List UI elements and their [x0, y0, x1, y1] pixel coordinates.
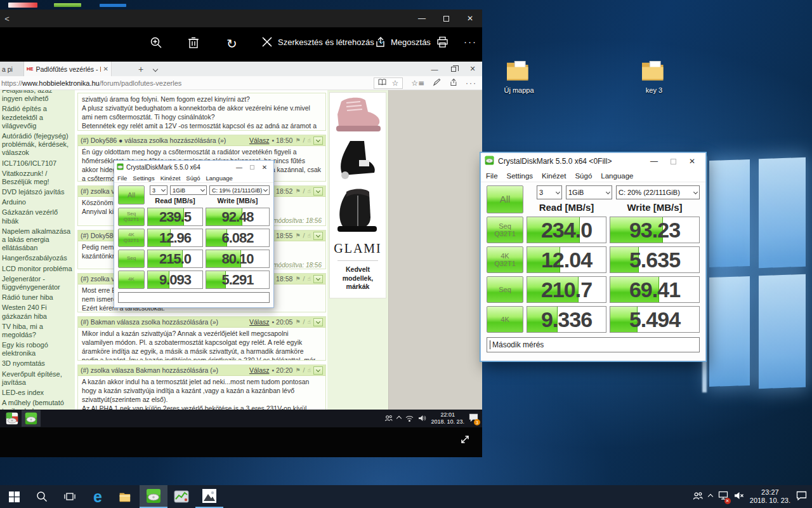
- test-button[interactable]: Seq Q32T1: [118, 208, 145, 226]
- test-size-select[interactable]: 1GiB: [170, 185, 207, 195]
- forum-topic-link[interactable]: Gázkazán vezérlő hibák: [2, 208, 74, 225]
- shot-minimize-button[interactable]: —: [425, 62, 444, 76]
- reply-link[interactable]: Válasz: [249, 366, 270, 374]
- forum-topic-link[interactable]: Felajánlás, azaz ingyen elvihető: [2, 90, 74, 103]
- comment-field[interactable]: [118, 292, 270, 303]
- background-window-strip-blue[interactable]: [100, 4, 126, 7]
- glami-ad[interactable]: GLAMI Kedvelt modellek, márkák: [329, 92, 386, 298]
- share-page-icon[interactable]: [449, 78, 457, 88]
- flag-icon[interactable]: ⚑: [295, 276, 300, 282]
- menu-item[interactable]: Kinézet: [542, 172, 566, 180]
- shot-clock-time[interactable]: 22:01: [431, 411, 464, 418]
- edge-button[interactable]: e: [84, 485, 112, 508]
- flag-icon[interactable]: ⚑: [295, 137, 300, 144]
- shot-diskmark-app-icon[interactable]: [22, 410, 41, 427]
- menu-item[interactable]: Settings: [133, 175, 154, 182]
- forum-topic-link[interactable]: 3D nyomtatás: [2, 359, 74, 368]
- forum-topic-link[interactable]: Rádió építés a kezdetektől a világvevőig: [2, 105, 74, 130]
- shot-browser-tab-active[interactable]: HE Padlófűtés vezérlés - H ✕: [24, 62, 112, 76]
- zoom-icon[interactable]: [150, 36, 162, 49]
- ink-pen-icon[interactable]: [433, 78, 441, 88]
- all-button[interactable]: All: [487, 185, 523, 213]
- all-button[interactable]: All: [118, 185, 145, 204]
- shot-browser-urlbar[interactable]: https://www.hobbielektronika.hu/forum/pa…: [0, 76, 482, 90]
- menu-item[interactable]: Language: [206, 175, 233, 182]
- reply-link[interactable]: Válasz: [249, 137, 270, 144]
- menu-item[interactable]: Súgó: [186, 175, 200, 182]
- desktop-icon-uj-mappa[interactable]: Új mappa: [497, 58, 541, 94]
- shot-diskinfo-app-icon[interactable]: [3, 410, 22, 427]
- menu-item[interactable]: Súgó: [575, 172, 592, 180]
- flag-icon[interactable]: ⚑: [295, 319, 300, 325]
- post-menu-dropdown[interactable]: [313, 232, 323, 240]
- edit-create-button[interactable]: Szerkesztés és létrehozás: [261, 36, 383, 48]
- flag-icon[interactable]: ⚑: [295, 188, 300, 194]
- test-button[interactable]: 4K: [487, 306, 523, 333]
- test-count-select[interactable]: 3: [150, 185, 167, 195]
- action-center-icon[interactable]: [796, 491, 807, 503]
- maximize-button[interactable]: [246, 161, 258, 173]
- background-window-strip-red[interactable]: [8, 3, 37, 8]
- reply-link[interactable]: Válasz: [249, 318, 270, 326]
- cdm-titlebar[interactable]: CrystalDiskMark 5.5.0 x64 <0Fill> — ✕: [481, 153, 705, 170]
- test-count-select[interactable]: 3: [537, 185, 562, 199]
- forum-topic-link[interactable]: Napelem alkalmazása a lakás energia ellá…: [2, 227, 74, 253]
- post-menu-dropdown[interactable]: [313, 137, 323, 145]
- fullscreen-icon[interactable]: [459, 434, 471, 448]
- test-size-select[interactable]: 1GiB: [566, 185, 612, 199]
- forum-topic-link[interactable]: Vitatkozzunk! / Beszéljük meg!: [2, 170, 74, 186]
- menu-item[interactable]: Settings: [507, 172, 534, 180]
- crystaldiskmark-taskbar-button[interactable]: [140, 485, 167, 508]
- shot-notification-icon[interactable]: 3: [469, 413, 478, 424]
- thumb-icon[interactable]: ☝: [308, 367, 311, 373]
- shot-restore-button[interactable]: [444, 62, 463, 76]
- forum-topic-link[interactable]: Arduino: [2, 198, 74, 206]
- forum-topic-link[interactable]: LCD monitor probléma: [2, 265, 74, 273]
- thumb-icon[interactable]: ☝: [308, 137, 311, 144]
- network-status-icon[interactable]: ✕: [718, 491, 728, 502]
- minimize-button[interactable]: —: [645, 153, 664, 170]
- comment-field[interactable]: Második mérés: [487, 337, 700, 352]
- drive-select[interactable]: C: 19% (21/111GiB): [209, 185, 270, 195]
- minimize-button[interactable]: —: [233, 161, 246, 173]
- shot-volume-icon[interactable]: [418, 413, 426, 424]
- test-button[interactable]: 4K Q32T1: [118, 229, 145, 247]
- close-button[interactable]: ✕: [458, 10, 482, 27]
- forum-topic-link[interactable]: Jelgenerátor - függvénygenerátor: [2, 275, 74, 291]
- shot-wifi-icon[interactable]: [405, 413, 414, 424]
- flag-icon[interactable]: ⚑: [295, 367, 300, 373]
- test-button[interactable]: 4K: [118, 271, 145, 289]
- test-button[interactable]: Seq Q32T1: [487, 217, 523, 243]
- maximize-button[interactable]: [664, 153, 683, 170]
- people-icon[interactable]: [693, 491, 703, 502]
- menu-item[interactable]: File: [117, 175, 127, 182]
- post-menu-dropdown[interactable]: [313, 275, 323, 283]
- close-button[interactable]: ✕: [258, 161, 271, 173]
- forum-topic-link[interactable]: Autórádió (fejegység) problémák, kérdése…: [2, 132, 74, 157]
- test-button[interactable]: Seq: [118, 250, 145, 268]
- shot-clock-date[interactable]: 2018. 10. 23.: [431, 418, 464, 425]
- reading-view-icon[interactable]: [378, 79, 386, 87]
- share-button[interactable]: Megosztás: [374, 36, 431, 48]
- volume-muted-icon[interactable]: [734, 491, 744, 502]
- tab-list-chevron-icon[interactable]: [153, 66, 158, 71]
- tray-chevron-icon[interactable]: [708, 494, 713, 499]
- forum-topic-link[interactable]: Hangerőszabályozás: [2, 254, 74, 262]
- thumb-icon[interactable]: ☝: [308, 188, 311, 194]
- forum-topic-link[interactable]: DVD lejátszó javítás: [2, 188, 74, 196]
- thumb-icon[interactable]: ☝: [308, 319, 311, 325]
- maximize-button[interactable]: [434, 10, 458, 27]
- print-icon[interactable]: [436, 36, 449, 48]
- flag-icon[interactable]: ⚑: [295, 232, 300, 239]
- rotate-icon[interactable]: ↻: [226, 36, 237, 51]
- background-window-strip-green[interactable]: [54, 3, 81, 7]
- test-button[interactable]: 4K Q32T1: [487, 246, 523, 273]
- drive-select[interactable]: C: 20% (22/111GiB): [616, 185, 700, 199]
- shot-browser-tab-partial[interactable]: a pi: [0, 62, 24, 76]
- photos-taskbar-button[interactable]: [195, 485, 223, 508]
- browser-more-icon[interactable]: ···: [466, 79, 477, 88]
- favorites-list-icon[interactable]: ☆≡: [411, 79, 424, 87]
- new-tab-button[interactable]: +: [138, 64, 143, 74]
- forum-topic-link[interactable]: Rádió tuner hiba: [2, 293, 74, 302]
- forum-topic-link[interactable]: Keverőpult építése, javítása: [2, 370, 74, 387]
